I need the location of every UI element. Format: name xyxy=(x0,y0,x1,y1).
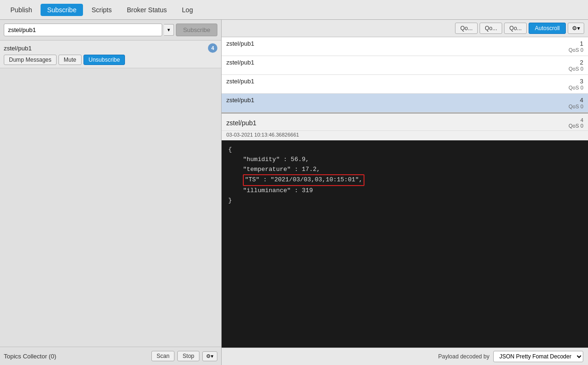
stop-button[interactable]: Stop xyxy=(177,351,199,361)
timestamp-text: 03-03-2021 10:13:46.36826661 xyxy=(226,132,299,138)
right-panel: Qo... Qo... Qo... Autoscroll ⚙▾ zstel/pu… xyxy=(222,20,588,365)
message-meta: 3 QoS 0 xyxy=(569,78,583,90)
right-toolbar: Qo... Qo... Qo... Autoscroll ⚙▾ xyxy=(222,20,588,37)
message-qos: QoS 0 xyxy=(569,66,583,72)
message-detail: zstel/pub1 4 QoS 0 03-03-2021 10:13:46.3… xyxy=(222,114,588,365)
mute-button[interactable]: Mute xyxy=(58,55,82,65)
tab-scripts[interactable]: Scripts xyxy=(85,4,118,16)
unsubscribe-button[interactable]: Unsubscribe xyxy=(83,55,125,65)
topics-settings-button[interactable]: ⚙▾ xyxy=(202,351,217,361)
tab-publish[interactable]: Publish xyxy=(4,4,39,16)
decoder-select[interactable]: JSON Pretty Fomat Decoder xyxy=(493,351,583,362)
scan-button[interactable]: Scan xyxy=(151,351,174,361)
highlighted-line: "TS" : "2021/03/03,03,10:15:01", xyxy=(243,174,364,186)
detail-header: zstel/pub1 4 QoS 0 xyxy=(222,114,588,131)
message-qos: QoS 0 xyxy=(569,47,583,53)
right-settings-button[interactable]: ⚙▾ xyxy=(568,23,584,34)
nav-bar: Publish Subscribe Scripts Broker Status … xyxy=(0,0,588,20)
tab-log[interactable]: Log xyxy=(175,4,199,16)
autoscroll-button[interactable]: Autoscroll xyxy=(529,23,566,34)
subscription-badge: 4 xyxy=(208,43,217,53)
detail-topic: zstel/pub1 xyxy=(226,119,257,127)
message-num: 2 xyxy=(569,59,583,66)
detail-meta-right: 4 QoS 0 xyxy=(569,117,583,129)
topics-collector: Topics Collector (0) Scan Stop ⚙▾ xyxy=(0,347,221,365)
detail-qos: QoS 0 xyxy=(569,123,583,129)
table-row[interactable]: zstel/pub1 3 QoS 0 xyxy=(222,75,588,94)
subscription-header: zstel/pub1 4 xyxy=(4,43,217,53)
message-topic: zstel/pub1 xyxy=(226,59,254,66)
message-num: 4 xyxy=(569,97,583,104)
main-layout: ▾ Subscribe zstel/pub1 4 Dump Messages M… xyxy=(0,20,588,365)
topic-dropdown-btn[interactable]: ▾ xyxy=(164,24,174,36)
message-topic: zstel/pub1 xyxy=(226,40,254,47)
message-qos: QoS 0 xyxy=(569,104,583,109)
left-panel: ▾ Subscribe zstel/pub1 4 Dump Messages M… xyxy=(0,20,222,365)
subscription-item: zstel/pub1 4 Dump Messages Mute Unsubscr… xyxy=(0,41,221,68)
subscribe-button[interactable]: Subscribe xyxy=(176,24,217,36)
topics-collector-label: Topics Collector (0) xyxy=(4,353,149,360)
detail-num: 4 xyxy=(569,117,583,123)
message-meta: 4 QoS 0 xyxy=(569,97,583,109)
dump-messages-button[interactable]: Dump Messages xyxy=(4,55,57,65)
tab-subscribe[interactable]: Subscribe xyxy=(41,4,83,16)
payload-decoded-label: Payload decoded by xyxy=(438,353,489,360)
table-row[interactable]: zstel/pub1 2 QoS 0 xyxy=(222,56,588,75)
message-list: zstel/pub1 1 QoS 0 zstel/pub1 2 QoS 0 zs… xyxy=(222,37,588,114)
message-meta: 1 QoS 0 xyxy=(569,40,583,53)
topic-input[interactable] xyxy=(4,24,162,36)
qos-filter-btn-1[interactable]: Qo... xyxy=(455,23,478,34)
message-qos: QoS 0 xyxy=(569,85,583,90)
detail-timestamp: 03-03-2021 10:13:46.36826661 xyxy=(222,131,588,140)
qos-filter-btn-2[interactable]: Qo... xyxy=(480,23,502,34)
subscribe-bar: ▾ Subscribe xyxy=(0,20,221,41)
table-row[interactable]: zstel/pub1 4 QoS 0 xyxy=(222,94,588,113)
qos-filter-btn-3[interactable]: Qo... xyxy=(504,23,527,34)
table-row[interactable]: zstel/pub1 1 QoS 0 xyxy=(222,37,588,56)
payload-area[interactable]: { "humidity" : 56.9, "temperature" : 17.… xyxy=(222,140,588,348)
subscription-actions: Dump Messages Mute Unsubscribe xyxy=(4,55,217,65)
message-num: 1 xyxy=(569,40,583,47)
message-meta: 2 QoS 0 xyxy=(569,59,583,72)
message-topic: zstel/pub1 xyxy=(226,78,254,85)
payload-footer: Payload decoded by JSON Pretty Fomat Dec… xyxy=(222,348,588,365)
message-topic: zstel/pub1 xyxy=(226,97,254,104)
message-num: 3 xyxy=(569,78,583,85)
subscription-name: zstel/pub1 xyxy=(4,45,32,52)
tab-broker-status[interactable]: Broker Status xyxy=(120,4,174,16)
